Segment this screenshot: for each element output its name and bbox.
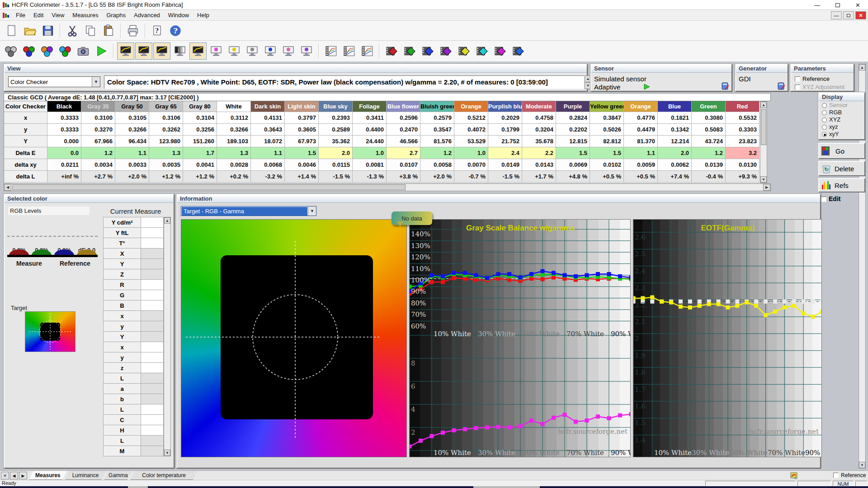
print-icon[interactable] bbox=[124, 22, 142, 39]
open-icon[interactable] bbox=[21, 22, 38, 39]
paste-icon[interactable] bbox=[100, 22, 117, 39]
sensor-colors-icon-3[interactable] bbox=[57, 42, 74, 60]
color-checker-table[interactable]: Color CheckerBlackGray 35Gray 50Gray 65G… bbox=[4, 101, 760, 183]
view-monitor-icon-0[interactable] bbox=[117, 42, 134, 60]
table-cell[interactable]: 1.1 bbox=[251, 147, 285, 159]
table-cell[interactable]: 0.3266 bbox=[115, 124, 149, 136]
table-cell[interactable]: 0.2596 bbox=[387, 112, 420, 124]
table-cell[interactable]: +7.4 % bbox=[658, 171, 692, 183]
table-cell[interactable]: 12.214 bbox=[658, 136, 692, 147]
table-cell[interactable]: 0.5026 bbox=[590, 124, 624, 136]
reference-checkbox[interactable]: Reference bbox=[795, 75, 830, 82]
table-cell[interactable]: 0.0211 bbox=[47, 159, 81, 171]
tab-close-icon[interactable]: ✕ bbox=[1, 472, 9, 479]
table-cell[interactable]: 0.1342 bbox=[658, 124, 692, 136]
sensor-colors-icon-2[interactable] bbox=[38, 42, 56, 60]
go-button[interactable]: Go bbox=[818, 143, 865, 159]
table-cell[interactable]: 0.0028 bbox=[217, 159, 251, 171]
table-cell[interactable]: 0.0069 bbox=[556, 159, 590, 171]
table-cell[interactable]: 2.7 bbox=[387, 147, 420, 159]
column-header[interactable]: Purplish blue bbox=[488, 101, 522, 112]
free-measure-icon-6[interactable] bbox=[491, 42, 509, 60]
information-selector[interactable]: Target - RGB - Gamma ▼ bbox=[181, 206, 316, 216]
chevron-down-icon[interactable]: ▼ bbox=[92, 77, 100, 87]
table-cell[interactable]: +2.0 % bbox=[115, 171, 149, 183]
free-measure-icon-7[interactable] bbox=[509, 42, 527, 60]
view-monitor-icon-7[interactable] bbox=[244, 42, 261, 60]
table-cell[interactable]: 1.3 bbox=[217, 147, 251, 159]
table-cell[interactable]: 0.2579 bbox=[420, 112, 454, 124]
menu-item-advanced[interactable]: Advanced bbox=[130, 10, 164, 20]
table-cell[interactable]: 0.0068 bbox=[251, 159, 285, 171]
table-cell[interactable]: 0.3256 bbox=[183, 124, 217, 136]
table-cell[interactable]: +1.2 % bbox=[183, 171, 217, 183]
copy-icon[interactable] bbox=[82, 22, 99, 39]
sensor-colors-icon-1[interactable] bbox=[20, 42, 38, 60]
table-cell[interactable]: 0.2202 bbox=[556, 124, 590, 136]
tab-next-icon[interactable]: ▶ bbox=[19, 472, 27, 479]
table-cell[interactable]: 21.752 bbox=[488, 136, 522, 147]
table-cell[interactable]: 1.2 bbox=[420, 147, 454, 159]
table-cell[interactable]: 0.3104 bbox=[183, 112, 217, 124]
table-cell[interactable]: 1.7 bbox=[183, 147, 217, 159]
table-cell[interactable]: 0.4758 bbox=[522, 112, 556, 124]
table-cell[interactable]: 0.2589 bbox=[319, 124, 353, 136]
table-cell[interactable]: 0.4131 bbox=[251, 112, 285, 124]
table-cell[interactable]: +9.3 % bbox=[726, 171, 760, 183]
tab-measures[interactable]: Measures bbox=[29, 471, 67, 480]
table-vscrollbar[interactable]: ▲ ▼ bbox=[760, 101, 767, 183]
table-cell[interactable]: 0.0081 bbox=[353, 159, 387, 171]
table-cell[interactable]: 0.0033 bbox=[115, 159, 149, 171]
table-cell[interactable]: 1.0 bbox=[454, 147, 488, 159]
column-header[interactable]: Gray 50 bbox=[115, 101, 149, 112]
table-cell[interactable]: 0.2470 bbox=[387, 124, 420, 136]
table-cell[interactable]: 0.3605 bbox=[285, 124, 319, 136]
table-cell[interactable]: 35.678 bbox=[522, 136, 556, 147]
table-cell[interactable]: 1.5 bbox=[285, 147, 319, 159]
table-cell[interactable]: 0.0035 bbox=[149, 159, 183, 171]
table-cell[interactable]: -1.5 % bbox=[488, 171, 522, 183]
view-monitor-icon-10[interactable] bbox=[298, 42, 315, 60]
table-cell[interactable]: 2.4 bbox=[488, 147, 522, 159]
table-cell[interactable]: 1.5 bbox=[590, 147, 624, 159]
table-cell[interactable]: 189.103 bbox=[217, 136, 251, 147]
table-cell[interactable]: +1.7 % bbox=[522, 171, 556, 183]
column-header[interactable]: Red bbox=[726, 101, 760, 112]
menu-item-help[interactable]: Help bbox=[193, 10, 213, 20]
menu-item-file[interactable]: File bbox=[12, 10, 29, 20]
table-cell[interactable]: 0.0058 bbox=[420, 159, 454, 171]
table-cell[interactable]: 0.2824 bbox=[556, 112, 590, 124]
display-option-rgb[interactable]: RGB bbox=[819, 108, 864, 116]
table-cell[interactable]: +4.8 % bbox=[556, 171, 590, 183]
table-cell[interactable]: 35.362 bbox=[319, 136, 353, 147]
table-cell[interactable]: -0.7 % bbox=[454, 171, 488, 183]
menu-item-window[interactable]: Window bbox=[164, 10, 193, 20]
generator-config-icon[interactable] bbox=[778, 82, 786, 90]
table-cell[interactable]: 0.0107 bbox=[387, 159, 420, 171]
table-cell[interactable]: 0.3262 bbox=[149, 124, 183, 136]
current-measure-scrollbar[interactable]: ▲ ▼ bbox=[164, 217, 171, 456]
table-cell[interactable]: 0.1821 bbox=[658, 112, 692, 124]
table-cell[interactable]: -0.4 % bbox=[692, 171, 726, 183]
close-icon[interactable]: ✕ bbox=[848, 0, 868, 10]
table-cell[interactable]: 0.3333 bbox=[47, 124, 81, 136]
table-cell[interactable]: 24.440 bbox=[353, 136, 387, 147]
table-cell[interactable]: 1.2 bbox=[81, 147, 115, 159]
table-cell[interactable]: 1.0 bbox=[353, 147, 387, 159]
camera-icon[interactable] bbox=[75, 42, 92, 60]
display-option-xyz[interactable]: XYZ bbox=[819, 116, 864, 123]
mdi-doc-icon[interactable] bbox=[3, 12, 9, 19]
menu-item-graphs[interactable]: Graphs bbox=[102, 10, 130, 20]
mdi-minimize-icon[interactable]: — bbox=[831, 11, 842, 19]
free-measure-icon-4[interactable] bbox=[455, 42, 472, 60]
table-cell[interactable]: +1.2 % bbox=[149, 171, 183, 183]
table-cell[interactable]: 0.2393 bbox=[319, 112, 353, 124]
table-cell[interactable]: 0.5212 bbox=[454, 112, 488, 124]
column-header[interactable]: Dark skin bbox=[251, 101, 285, 112]
table-cell[interactable]: 0.0130 bbox=[726, 159, 760, 171]
table-cell[interactable]: 1.1 bbox=[624, 147, 658, 159]
table-cell[interactable]: +1.4 % bbox=[285, 171, 319, 183]
measure-chart-icon-2[interactable] bbox=[359, 42, 376, 60]
column-header[interactable]: Orange bbox=[454, 101, 488, 112]
view-monitor-icon-4[interactable] bbox=[189, 42, 207, 60]
